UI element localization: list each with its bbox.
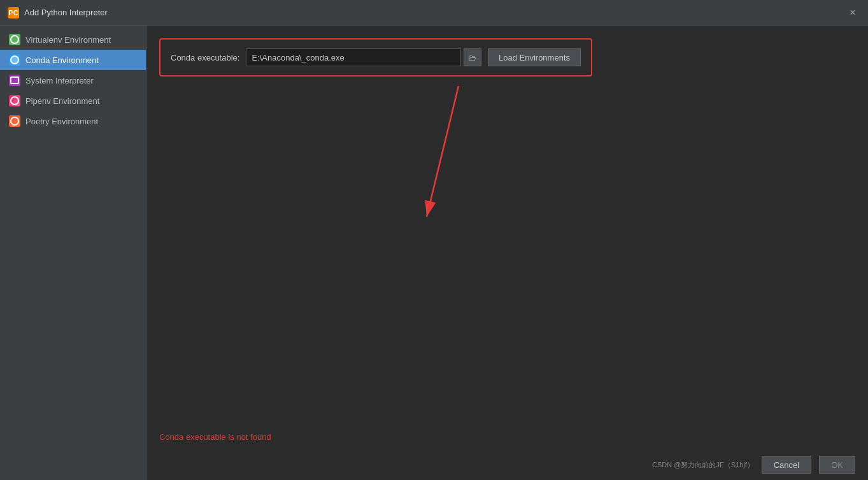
conda-input-wrap: 🗁 [246,48,481,66]
sidebar-item-poetry[interactable]: Poetry Environment [0,111,146,131]
ok-button[interactable]: OK [819,456,855,474]
conda-executable-box: Conda executable: 🗁 Load Environments [159,38,592,76]
conda-executable-input[interactable] [246,48,461,66]
main-panel: Conda executable: 🗁 Load Environments [146,25,868,480]
dialog-content: Virtualenv Environment Conda Environment… [0,25,868,480]
error-message: Conda executable is not found [159,432,271,442]
cancel-button[interactable]: Cancel [762,456,811,474]
sidebar-item-conda[interactable]: Conda Environment [0,50,146,70]
sidebar-item-pipenv[interactable]: Pipenv Environment [0,91,146,111]
close-button[interactable]: × [845,5,860,20]
bottom-bar: CSDN @努力向前的JF（S1hjf） Cancel OK [639,449,868,480]
title-bar: PC Add Python Interpreter × [0,0,868,25]
conda-executable-label: Conda executable: [171,53,239,62]
title-bar-left: PC Add Python Interpreter [8,7,108,18]
sidebar-label-conda: Conda Environment [25,55,99,65]
system-icon [9,75,20,86]
poetry-icon [9,115,20,127]
annotation-arrow [414,83,465,223]
sidebar-item-virtualenv[interactable]: Virtualenv Environment [0,29,146,50]
load-environments-button[interactable]: Load Environments [488,48,581,66]
sidebar-label-pipenv: Pipenv Environment [25,96,99,106]
pipenv-icon [9,95,20,106]
conda-icon [9,54,20,66]
svg-line-1 [427,86,459,217]
sidebar-item-system[interactable]: System Interpreter [0,70,146,91]
watermark: CSDN @努力向前的JF（S1hjf） [652,460,754,470]
sidebar: Virtualenv Environment Conda Environment… [0,25,146,480]
sidebar-label-virtualenv: Virtualenv Environment [25,35,111,45]
app-icon: PC [8,7,19,18]
folder-icon: 🗁 [468,53,476,62]
dialog-title: Add Python Interpreter [24,8,108,17]
sidebar-label-poetry: Poetry Environment [25,117,98,126]
virtualenv-icon [9,34,20,45]
sidebar-label-system: System Interpreter [25,76,94,85]
browse-button[interactable]: 🗁 [464,48,481,66]
